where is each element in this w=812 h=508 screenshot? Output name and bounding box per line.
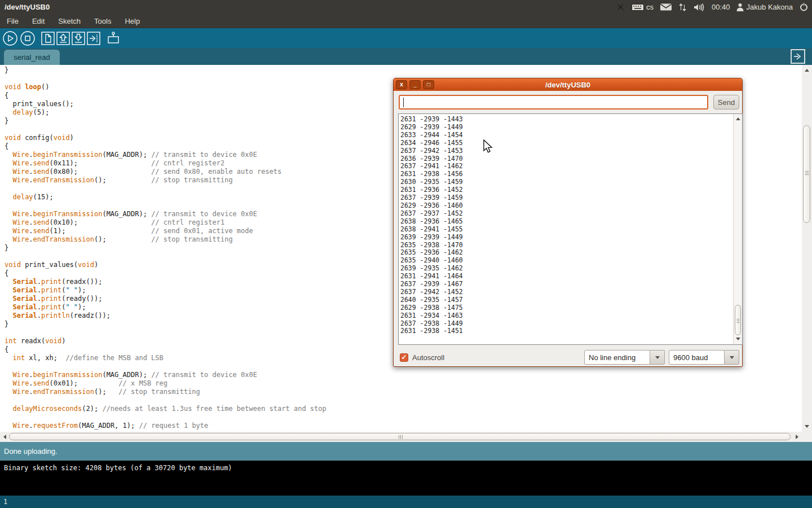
username-label: Jakub Kakona xyxy=(747,3,793,11)
scroll-right-arrow-icon[interactable] xyxy=(796,435,798,439)
save-button[interactable] xyxy=(72,32,85,45)
clock[interactable]: 00:40 xyxy=(712,3,730,11)
keyboard-indicator[interactable]: cs xyxy=(632,3,654,11)
scroll-left-arrow-icon[interactable] xyxy=(3,435,6,439)
user-icon xyxy=(736,3,744,11)
menu-sketch[interactable]: Sketch xyxy=(51,15,87,28)
menu-edit[interactable]: Edit xyxy=(25,15,51,28)
app-indicator-icon[interactable] xyxy=(616,2,625,12)
arduino-ide-screen: /dev/ttyUSB0 cs 00:40 xyxy=(0,0,812,508)
window-title: /dev/ttyUSB0 xyxy=(0,3,50,11)
send-button-label: Send xyxy=(718,98,735,107)
editor-vertical-scrollbar[interactable] xyxy=(802,65,812,432)
editor-hscroll-thumb[interactable] xyxy=(9,433,791,440)
scrollbar-corner xyxy=(802,432,812,442)
close-button[interactable]: x xyxy=(396,80,407,89)
editor-vscroll-thumb[interactable] xyxy=(803,125,810,223)
build-console[interactable]: Binary sketch size: 4208 bytes (of a 307… xyxy=(0,461,812,496)
line-ending-select[interactable]: No line ending xyxy=(584,350,650,365)
menu-file[interactable]: File xyxy=(0,15,25,28)
serial-window-titlebar[interactable]: /dev/ttyUSB0 x _ □ xyxy=(394,78,742,91)
chevron-down-icon xyxy=(655,356,660,359)
menubar: File Edit Sketch Tools Help xyxy=(0,14,812,28)
upload-button[interactable] xyxy=(87,32,100,45)
line-number-bar: 1 xyxy=(0,496,812,508)
line-ending-dropdown-button[interactable] xyxy=(650,350,665,365)
serial-scrollbar[interactable] xyxy=(733,114,742,344)
scroll-up-arrow-icon[interactable] xyxy=(805,69,809,72)
serial-scroll-thumb[interactable] xyxy=(735,305,741,335)
tab-label: serial_read xyxy=(14,53,50,62)
tab-bar: serial_read xyxy=(0,48,812,65)
autoscroll-checkbox[interactable]: ✓ xyxy=(400,353,408,362)
autoscroll-label: Autoscroll xyxy=(412,353,444,362)
status-message: Done uploading. xyxy=(4,447,58,456)
new-sketch-button[interactable] xyxy=(41,32,55,45)
editor-horizontal-scrollbar[interactable] xyxy=(0,432,802,442)
serial-output-text: 2631 -2939 -1443 2629 -2939 -1449 2633 -… xyxy=(400,116,732,344)
system-tray: cs 00:40 Jakub Kakona xyxy=(616,0,809,14)
network-indicator-icon[interactable] xyxy=(678,3,687,12)
keyboard-icon xyxy=(632,3,644,11)
serial-scroll-up-icon[interactable] xyxy=(736,117,740,120)
maximize-button[interactable]: □ xyxy=(423,80,434,89)
session-power-icon[interactable] xyxy=(799,2,809,12)
baud-dropdown-button[interactable] xyxy=(725,350,739,365)
tab-menu-button[interactable] xyxy=(791,50,805,63)
user-menu[interactable]: Jakub Kakona xyxy=(736,3,793,11)
send-button[interactable]: Send xyxy=(713,95,739,110)
line-ending-value: No line ending xyxy=(589,353,636,362)
serial-scroll-down-icon[interactable] xyxy=(736,338,740,340)
serial-output[interactable]: 2631 -2939 -1443 2629 -2939 -1449 2633 -… xyxy=(398,113,743,345)
chevron-down-icon xyxy=(730,356,734,359)
serial-window-title: /dev/ttyUSB0 xyxy=(394,81,742,89)
serial-monitor-button[interactable] xyxy=(106,31,121,46)
mouse-cursor xyxy=(483,139,495,157)
stop-button[interactable] xyxy=(20,30,36,46)
open-button[interactable] xyxy=(56,32,70,45)
serial-send-input[interactable] xyxy=(399,95,708,110)
menu-help[interactable]: Help xyxy=(118,15,147,28)
baud-rate-select[interactable]: 9600 baud xyxy=(669,350,725,365)
mail-indicator-icon[interactable] xyxy=(660,3,672,11)
line-number: 1 xyxy=(3,498,7,506)
toolbar xyxy=(0,28,812,48)
serial-controls: ✓ Autoscroll No line ending 9600 baud xyxy=(394,348,742,367)
serial-monitor-window: /dev/ttyUSB0 x _ □ Send 2631 -2939 -1443… xyxy=(393,78,743,367)
top-panel: /dev/ttyUSB0 cs 00:40 xyxy=(0,0,812,14)
scroll-down-arrow-icon[interactable] xyxy=(805,425,809,428)
keyboard-layout-label: cs xyxy=(646,3,654,11)
volume-indicator-icon[interactable] xyxy=(694,3,705,12)
menu-tools[interactable]: Tools xyxy=(87,15,118,28)
status-bar: Done uploading. xyxy=(0,442,812,461)
text-caret xyxy=(403,98,404,107)
code-area: } void loop(){ print_values(); delay(5);… xyxy=(5,66,326,430)
verify-button[interactable] xyxy=(2,30,18,46)
baud-rate-value: 9600 baud xyxy=(673,353,708,362)
tab-serial-read[interactable]: serial_read xyxy=(4,50,60,65)
console-text: Binary sketch size: 4208 bytes (of a 307… xyxy=(4,464,232,472)
minimize-button[interactable]: _ xyxy=(409,80,421,89)
